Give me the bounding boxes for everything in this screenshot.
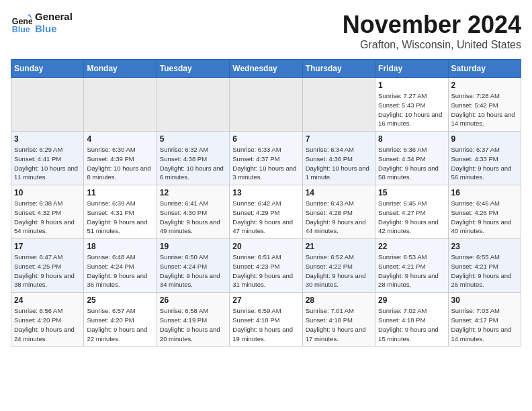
location-title: Grafton, Wisconsin, United States: [343, 39, 521, 51]
day-cell: 17Sunrise: 6:47 AMSunset: 4:25 PMDayligh…: [11, 239, 84, 293]
day-cell: 9Sunrise: 6:37 AMSunset: 4:33 PMDaylight…: [448, 132, 521, 185]
logo: General Blue General Blue: [11, 11, 73, 35]
day-number: 4: [87, 134, 153, 144]
day-cell: [157, 78, 229, 132]
header: General Blue General Blue November 2024 …: [11, 11, 521, 51]
week-row-2: 3Sunrise: 6:29 AMSunset: 4:41 PMDaylight…: [11, 132, 521, 185]
day-number: 6: [232, 134, 299, 144]
day-number: 20: [232, 242, 299, 251]
day-cell: 12Sunrise: 6:41 AMSunset: 4:30 PMDayligh…: [157, 185, 229, 239]
day-cell: 6Sunrise: 6:33 AMSunset: 4:37 PMDaylight…: [230, 132, 302, 185]
day-cell: 1Sunrise: 7:27 AMSunset: 5:43 PMDaylight…: [375, 78, 448, 132]
day-info: Sunrise: 6:53 AMSunset: 4:21 PMDaylight:…: [378, 253, 445, 289]
day-cell: 10Sunrise: 6:38 AMSunset: 4:32 PMDayligh…: [11, 185, 84, 239]
day-cell: 29Sunrise: 7:02 AMSunset: 4:18 PMDayligh…: [375, 293, 448, 347]
day-number: 5: [160, 134, 226, 144]
day-info: Sunrise: 6:37 AMSunset: 4:33 PMDaylight:…: [451, 145, 518, 182]
day-cell: 28Sunrise: 7:01 AMSunset: 4:18 PMDayligh…: [302, 293, 375, 347]
day-cell: 22Sunrise: 6:53 AMSunset: 4:21 PMDayligh…: [375, 239, 448, 293]
day-cell: [11, 78, 84, 132]
week-row-5: 24Sunrise: 6:56 AMSunset: 4:20 PMDayligh…: [11, 293, 521, 347]
day-info: Sunrise: 6:55 AMSunset: 4:21 PMDaylight:…: [451, 253, 518, 289]
day-info: Sunrise: 6:36 AMSunset: 4:34 PMDaylight:…: [378, 145, 445, 182]
day-number: 25: [87, 295, 153, 305]
col-header-saturday: Saturday: [448, 60, 521, 78]
day-info: Sunrise: 7:03 AMSunset: 4:17 PMDaylight:…: [451, 306, 518, 343]
day-number: 17: [14, 242, 81, 251]
day-cell: 30Sunrise: 7:03 AMSunset: 4:17 PMDayligh…: [448, 293, 521, 347]
day-cell: [230, 78, 302, 132]
day-info: Sunrise: 6:45 AMSunset: 4:27 PMDaylight:…: [378, 199, 445, 236]
day-cell: 8Sunrise: 6:36 AMSunset: 4:34 PMDaylight…: [375, 132, 448, 185]
day-info: Sunrise: 6:56 AMSunset: 4:20 PMDaylight:…: [14, 306, 81, 343]
day-info: Sunrise: 6:59 AMSunset: 4:18 PMDaylight:…: [232, 306, 299, 343]
day-cell: 25Sunrise: 6:57 AMSunset: 4:20 PMDayligh…: [84, 293, 157, 347]
col-header-friday: Friday: [375, 60, 448, 78]
day-number: 24: [14, 295, 81, 305]
day-info: Sunrise: 7:27 AMSunset: 5:43 PMDaylight:…: [378, 91, 445, 128]
day-info: Sunrise: 6:33 AMSunset: 4:37 PMDaylight:…: [232, 145, 299, 182]
day-cell: 15Sunrise: 6:45 AMSunset: 4:27 PMDayligh…: [375, 185, 448, 239]
day-cell: 11Sunrise: 6:39 AMSunset: 4:31 PMDayligh…: [84, 185, 157, 239]
day-number: 10: [14, 188, 81, 197]
day-number: 23: [451, 242, 518, 251]
day-number: 28: [306, 295, 372, 305]
day-number: 7: [306, 134, 372, 144]
day-number: 13: [232, 188, 299, 197]
day-cell: 21Sunrise: 6:52 AMSunset: 4:22 PMDayligh…: [302, 239, 375, 293]
day-cell: 3Sunrise: 6:29 AMSunset: 4:41 PMDaylight…: [11, 132, 84, 185]
col-header-thursday: Thursday: [302, 60, 375, 78]
day-info: Sunrise: 6:57 AMSunset: 4:20 PMDaylight:…: [87, 306, 153, 343]
day-number: 2: [451, 81, 518, 90]
day-number: 1: [378, 81, 445, 90]
day-number: 29: [378, 295, 445, 305]
day-number: 15: [378, 188, 445, 197]
col-header-wednesday: Wednesday: [230, 60, 302, 78]
day-number: 26: [160, 295, 226, 305]
logo-line1: General: [35, 11, 73, 23]
day-info: Sunrise: 6:58 AMSunset: 4:19 PMDaylight:…: [160, 306, 226, 343]
svg-text:Blue: Blue: [12, 25, 30, 34]
day-cell: 13Sunrise: 6:42 AMSunset: 4:29 PMDayligh…: [230, 185, 302, 239]
title-area: November 2024 Grafton, Wisconsin, United…: [343, 11, 521, 51]
header-row: SundayMondayTuesdayWednesdayThursdayFrid…: [11, 60, 521, 78]
col-header-tuesday: Tuesday: [157, 60, 229, 78]
day-cell: 24Sunrise: 6:56 AMSunset: 4:20 PMDayligh…: [11, 293, 84, 347]
day-info: Sunrise: 6:52 AMSunset: 4:22 PMDaylight:…: [306, 253, 372, 289]
day-number: 21: [306, 242, 372, 251]
day-number: 18: [87, 242, 153, 251]
day-number: 19: [160, 242, 226, 251]
week-row-4: 17Sunrise: 6:47 AMSunset: 4:25 PMDayligh…: [11, 239, 521, 293]
day-cell: 4Sunrise: 6:30 AMSunset: 4:39 PMDaylight…: [84, 132, 157, 185]
col-header-monday: Monday: [84, 60, 157, 78]
day-number: 16: [451, 188, 518, 197]
day-cell: 7Sunrise: 6:34 AMSunset: 4:36 PMDaylight…: [302, 132, 375, 185]
day-info: Sunrise: 6:34 AMSunset: 4:36 PMDaylight:…: [306, 145, 372, 182]
day-cell: 20Sunrise: 6:51 AMSunset: 4:23 PMDayligh…: [230, 239, 302, 293]
day-cell: 23Sunrise: 6:55 AMSunset: 4:21 PMDayligh…: [448, 239, 521, 293]
day-info: Sunrise: 6:42 AMSunset: 4:29 PMDaylight:…: [232, 199, 299, 236]
day-cell: [84, 78, 157, 132]
day-info: Sunrise: 6:47 AMSunset: 4:25 PMDaylight:…: [14, 253, 81, 289]
day-info: Sunrise: 6:38 AMSunset: 4:32 PMDaylight:…: [14, 199, 81, 236]
day-info: Sunrise: 6:51 AMSunset: 4:23 PMDaylight:…: [232, 253, 299, 289]
day-info: Sunrise: 6:41 AMSunset: 4:30 PMDaylight:…: [160, 199, 226, 236]
day-info: Sunrise: 6:43 AMSunset: 4:28 PMDaylight:…: [306, 199, 372, 236]
day-cell: [302, 78, 375, 132]
calendar-table: SundayMondayTuesdayWednesdayThursdayFrid…: [11, 59, 521, 347]
day-number: 8: [378, 134, 445, 144]
day-info: Sunrise: 6:32 AMSunset: 4:38 PMDaylight:…: [160, 145, 226, 182]
logo-icon: General Blue: [11, 12, 32, 34]
week-row-1: 1Sunrise: 7:27 AMSunset: 5:43 PMDaylight…: [11, 78, 521, 132]
day-number: 11: [87, 188, 153, 197]
day-info: Sunrise: 6:50 AMSunset: 4:24 PMDaylight:…: [160, 253, 226, 289]
day-cell: 5Sunrise: 6:32 AMSunset: 4:38 PMDaylight…: [157, 132, 229, 185]
month-title: November 2024: [343, 11, 521, 39]
day-cell: 19Sunrise: 6:50 AMSunset: 4:24 PMDayligh…: [157, 239, 229, 293]
day-number: 27: [232, 295, 299, 305]
day-info: Sunrise: 6:39 AMSunset: 4:31 PMDaylight:…: [87, 199, 153, 236]
week-row-3: 10Sunrise: 6:38 AMSunset: 4:32 PMDayligh…: [11, 185, 521, 239]
day-number: 9: [451, 134, 518, 144]
day-cell: 16Sunrise: 6:46 AMSunset: 4:26 PMDayligh…: [448, 185, 521, 239]
day-number: 14: [306, 188, 372, 197]
